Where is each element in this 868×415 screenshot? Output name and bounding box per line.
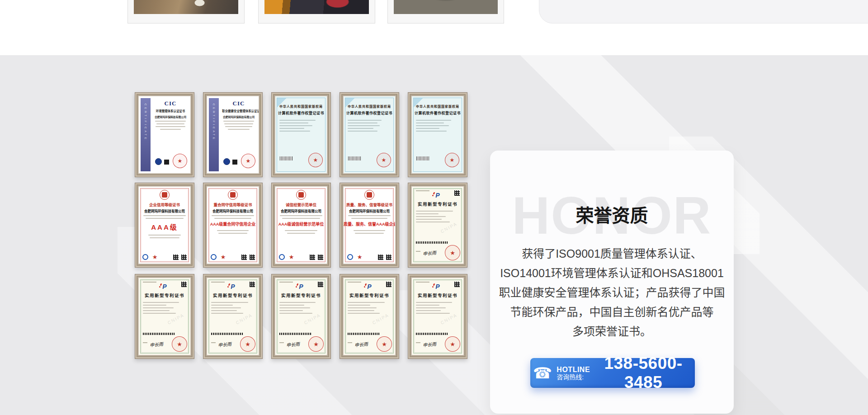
certificate-patent-6[interactable]: P 实用新型专利证书 CNIPA 申长雨	[408, 274, 467, 359]
certificate-company: 合肥珂玛环保科技有限公司	[275, 208, 327, 213]
text-line	[348, 305, 370, 306]
description-line: 获得了ISO9001质量管理体系认证、	[490, 244, 734, 264]
text-line	[348, 313, 380, 314]
qr-code	[250, 255, 255, 260]
barcode	[416, 333, 448, 335]
text-line	[416, 313, 450, 314]
hotline-label-en: HOTLINE	[557, 366, 590, 373]
text-line	[416, 305, 439, 306]
certificate-title: 实用新型专利证书	[412, 201, 463, 207]
text-line	[279, 310, 303, 311]
red-emblem	[160, 190, 170, 200]
honor-description: 获得了ISO9001质量管理体系认证、 ISO14001环境管理体系认证和OHS…	[490, 244, 734, 341]
certificate-paper: P 实用新型专利证书 CNIPA 申长雨	[411, 186, 464, 264]
cnipa-watermark: CNIPA	[371, 312, 389, 325]
text-line	[143, 305, 166, 306]
certificate-software-copyright-3[interactable]: 中华人民共和国国家版权局 计算机软件著作权登记证书	[408, 92, 467, 177]
text-line	[416, 302, 452, 303]
certificate-paper: 企业信用等级证书 合肥珂玛环保科技有限公司 AAA级	[138, 186, 191, 264]
certificate-quality-service-reputation[interactable]: 质量、服务、信誉等级证书 合肥珂玛环保科技有限公司 质量、服务、信誉AAA级企业	[340, 183, 399, 268]
text-line	[146, 218, 184, 219]
certificate-iso-environment[interactable]: CERTIFICATE CIC 环境管理体系认证证书 合肥珂玛环保科技有限公司	[135, 92, 194, 177]
text-line	[211, 313, 243, 314]
text-line	[355, 233, 384, 234]
qr-code	[318, 282, 323, 287]
certificate-contract-trustworthy[interactable]: 重合同守信用等级证书 合肥珂玛环保科技有限公司 AAA级重合同守信用企业	[203, 183, 263, 268]
qr-code	[250, 282, 255, 287]
signature: 申长雨	[354, 340, 368, 349]
barcode	[348, 156, 361, 160]
text-line	[348, 307, 377, 308]
qr-code	[310, 255, 315, 260]
text-line	[287, 233, 315, 234]
red-seal	[240, 336, 255, 352]
barcode	[348, 333, 380, 335]
certificate-patent-5[interactable]: P 实用新型专利证书 CNIPA 申长雨	[340, 274, 399, 359]
text-line	[279, 125, 312, 126]
certificate-software-copyright-2[interactable]: 中华人民共和国国家版权局 计算机软件著作权登记证书	[340, 92, 399, 177]
hotline-button[interactable]: ☎ HOTLINE 咨询热线: 138-5600-3485	[530, 358, 695, 388]
text-line	[143, 215, 185, 216]
description-line: ISO14001环境管理体系认证和OHSAS18001	[490, 264, 734, 283]
text-line	[348, 342, 352, 343]
certificate-footer	[139, 253, 190, 260]
certificate-patent-3[interactable]: P 实用新型专利证书 CNIPA 申长雨	[203, 274, 263, 359]
text-line	[279, 302, 316, 303]
certificate-credit-aaa[interactable]: 企业信用等级证书 合肥珂玛环保科技有限公司 AAA级	[135, 183, 194, 268]
text-line	[143, 307, 174, 308]
text-line	[285, 230, 318, 231]
certificate-software-copyright-1[interactable]: 中华人民共和国国家版权局 计算机软件著作权登记证书	[271, 92, 331, 177]
certificate-company: 合肥珂玛环保科技有限公司	[207, 208, 259, 213]
certificate-integrity-unit[interactable]: 诚信经营示范单位 合肥珂玛环保科技有限公司 AAA级诚信经营示范单位	[271, 183, 331, 268]
certificate-title: 职业健康安全管理体系认证证书	[222, 108, 255, 113]
text-line	[416, 211, 453, 212]
certificate-patent-1[interactable]: P 实用新型专利证书 CNIPA 申长雨	[408, 183, 467, 268]
text-line	[416, 216, 446, 217]
text-line	[348, 120, 382, 121]
text-line	[224, 123, 253, 124]
signature: 申长雨	[217, 340, 231, 349]
text-line	[416, 125, 449, 126]
text-line	[279, 123, 308, 123]
project-photo-card-3[interactable]	[387, 0, 504, 24]
red-seal	[445, 245, 460, 260]
certificate-iso-ohs[interactable]: CERTIFICATE CIC 职业健康安全管理体系认证证书 合肥珂玛环保科技有…	[203, 92, 263, 177]
certificate-patent-4[interactable]: P 实用新型专利证书 CNIPA 申长雨	[271, 274, 331, 359]
cic-round-mark	[223, 158, 230, 165]
cnipa-watermark: CNIPA	[166, 312, 184, 325]
text-line	[416, 131, 447, 132]
project-photo-card-1[interactable]	[127, 0, 245, 24]
certificate-patent-2[interactable]: P 实用新型专利证书 CNIPA 申长雨	[135, 274, 194, 359]
project-photo-3	[394, 0, 498, 14]
text-line	[279, 307, 310, 308]
credit-association-logo	[142, 254, 148, 260]
text-line	[156, 126, 185, 127]
project-photo-card-2[interactable]	[258, 0, 375, 24]
text-line	[218, 233, 247, 234]
red-seal	[241, 154, 255, 168]
cic-logo: CIC	[152, 100, 189, 107]
text-line	[279, 313, 312, 314]
text-line	[416, 251, 420, 252]
certificate-paper: CERTIFICATE CIC 环境管理体系认证证书 合肥珂玛环保科技有限公司	[138, 96, 191, 174]
certificate-paper: 中华人民共和国国家版权局 计算机软件著作权登记证书	[343, 96, 396, 174]
certificate-authority: 中华人民共和国国家版权局	[344, 104, 395, 108]
text-line	[211, 307, 241, 308]
certificate-paper: 质量、服务、信誉等级证书 合肥珂玛环保科技有限公司 质量、服务、信誉AAA级企业	[343, 186, 396, 264]
certificate-paper: 中华人民共和国国家版权局 计算机软件著作权登记证书	[275, 96, 327, 174]
text-line	[354, 230, 386, 231]
red-seal	[308, 336, 324, 352]
cnipa-watermark: CNIPA	[439, 221, 458, 234]
phone-icon: ☎	[533, 365, 552, 381]
certificate-company: 合肥珂玛环保科技有限公司	[139, 208, 190, 213]
text-line	[351, 218, 387, 219]
accreditation-mark	[164, 160, 169, 165]
cnipa-logo: P	[435, 283, 439, 290]
red-seal	[445, 153, 459, 167]
text-line	[279, 128, 304, 129]
text-line	[348, 310, 374, 311]
text-line	[211, 342, 216, 343]
text-line	[279, 305, 304, 306]
text-line	[225, 126, 252, 127]
signature: 申长雨	[286, 340, 300, 349]
